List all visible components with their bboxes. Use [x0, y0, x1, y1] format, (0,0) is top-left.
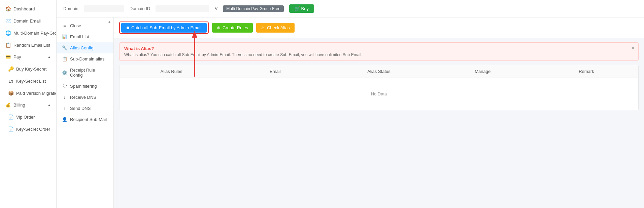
action-bar: Catch all Sub-Email by Admin-Email ⊕ Cre…	[114, 17, 644, 38]
sidebar-group-pay[interactable]: 💳 Pay ▲	[0, 51, 56, 63]
sidebar-item-dashboard[interactable]: 🏠 Dashboard	[0, 3, 56, 15]
sidebar-item-vip-order[interactable]: 📄 Vip Order	[3, 111, 56, 123]
version-label: V	[215, 6, 217, 11]
key-list-icon: 🗂	[8, 78, 13, 84]
col-email: Email	[223, 65, 327, 78]
pay-icon: 💳	[5, 54, 11, 59]
domain-email-icon: ✉️	[5, 18, 11, 24]
sidebar-item-key-secret-list[interactable]: 🗂 Key-Secret List	[3, 75, 56, 87]
version-badge: Multi-Domain Pay-Group-Free	[223, 5, 284, 12]
col-alias-rules: Alias Rules	[120, 65, 223, 78]
alias-config-icon: 🔧	[62, 45, 67, 50]
nav-item-recipient-submail[interactable]: 👤 Recipient Sub-Mail	[57, 114, 113, 125]
nav-item-send-dns[interactable]: ↑ Send DNS	[57, 103, 113, 114]
sidebar-item-paid-migration[interactable]: 📦 Paid Version Migration	[3, 87, 56, 99]
topbar: Domain Domain ID V Multi-Domain Pay-Grou…	[57, 0, 644, 17]
sidebar-sub-pay: 🔑 Buy Key-Secret 🗂 Key-Secret List 📦 Pai…	[0, 63, 56, 99]
billing-chevron-icon: ▲	[47, 103, 51, 107]
secondary-nav: ▲ ≡ Close 📊 Email List 🔧 Alias Config 📋 …	[57, 17, 114, 208]
nav-item-spam-filtering[interactable]: 🛡 Spam filtering	[57, 81, 113, 92]
col-remark: Remark	[535, 65, 638, 78]
nav-item-receive-dns[interactable]: ↓ Receive DNS	[57, 92, 113, 103]
buy-button[interactable]: 🛒 Buy	[289, 4, 314, 13]
receive-dns-icon: ↓	[62, 95, 67, 100]
sidebar-item-key-secret-order[interactable]: 📄 Key-Secret Order	[3, 123, 56, 135]
dashboard-icon: 🏠	[5, 6, 11, 11]
multi-domain-icon: 🌐	[5, 30, 11, 36]
sidebar: 🏠 Dashboard ✉️ Domain Email 🌐 Multi-Doma…	[0, 0, 57, 208]
domain-label: Domain	[63, 6, 78, 11]
info-banner-description: What is alias? You can catch all Sub-Ema…	[124, 52, 634, 57]
pay-chevron-icon: ▲	[47, 55, 51, 59]
content-area: ▲ ≡ Close 📊 Email List 🔧 Alias Config 📋 …	[57, 17, 644, 208]
nav-item-email-list[interactable]: 📊 Email List	[57, 31, 113, 42]
create-rules-icon: ⊕	[217, 25, 221, 30]
close-nav-icon: ≡	[62, 23, 67, 28]
buy-key-icon: 🔑	[8, 66, 13, 72]
panel: Catch all Sub-Email by Admin-Email ⊕ Cre…	[114, 17, 644, 208]
sub-domain-alias-icon: 📋	[62, 56, 67, 61]
info-banner-title: What is Alias?	[124, 46, 634, 51]
key-secret-order-icon: 📄	[8, 126, 13, 132]
check-alias-button[interactable]: ⚠ Check Alias	[256, 23, 295, 33]
domain-value	[84, 5, 124, 12]
sidebar-group-billing[interactable]: 💰 Billing ▲	[0, 99, 56, 111]
nav-item-receipt-rule[interactable]: ⚙️ Receipt Rule Config	[57, 65, 113, 81]
vip-order-icon: 📄	[8, 114, 13, 120]
collapse-btn[interactable]: ▲	[107, 19, 112, 24]
random-email-icon: 📋	[5, 42, 11, 48]
check-alias-icon: ⚠	[261, 25, 265, 30]
recipient-submail-icon: 👤	[62, 117, 67, 122]
sidebar-item-random-email[interactable]: 📋 Random Email List	[0, 39, 56, 51]
nav-item-sub-domain-alias[interactable]: 📋 Sub-Domain alias	[57, 53, 113, 65]
sidebar-item-multi-domain[interactable]: 🌐 Multi-Domain Pay-Group	[0, 27, 56, 39]
billing-icon: 💰	[5, 102, 11, 108]
col-alias-status: Alias Status	[327, 65, 431, 78]
nav-item-close[interactable]: ≡ Close	[57, 20, 113, 31]
catch-btn-dot-icon	[127, 27, 129, 29]
receipt-rule-icon: ⚙️	[62, 70, 67, 75]
domain-id-value	[156, 5, 209, 12]
send-dns-icon: ↑	[62, 106, 67, 111]
sidebar-sub-billing: 📄 Vip Order 📄 Key-Secret Order	[0, 111, 56, 135]
spam-filter-icon: 🛡	[62, 84, 67, 89]
email-list-icon: 📊	[62, 34, 67, 39]
col-manage: Manage	[431, 65, 535, 78]
info-banner-close[interactable]: ✕	[631, 45, 635, 51]
nav-item-alias-config[interactable]: 🔧 Alias Config	[57, 42, 113, 53]
create-rules-button[interactable]: ⊕ Create Rules	[212, 23, 253, 33]
info-banner: What is Alias? What is alias? You can ca…	[119, 42, 639, 61]
table-header: Alias Rules Email Alias Status Manage Re…	[120, 65, 638, 78]
domain-id-label: Domain ID	[130, 6, 150, 11]
catch-btn-highlight: Catch all Sub-Email by Admin-Email	[119, 22, 209, 34]
alias-table: Alias Rules Email Alias Status Manage Re…	[119, 65, 639, 110]
no-data-message: No Data	[120, 78, 638, 110]
sidebar-item-buy-key-secret[interactable]: 🔑 Buy Key-Secret	[3, 63, 56, 75]
sidebar-item-domain-email[interactable]: ✉️ Domain Email	[0, 15, 56, 27]
catch-all-sub-email-button[interactable]: Catch all Sub-Email by Admin-Email	[121, 23, 207, 33]
main-content: Domain Domain ID V Multi-Domain Pay-Grou…	[57, 0, 644, 208]
paid-migration-icon: 📦	[8, 90, 13, 96]
